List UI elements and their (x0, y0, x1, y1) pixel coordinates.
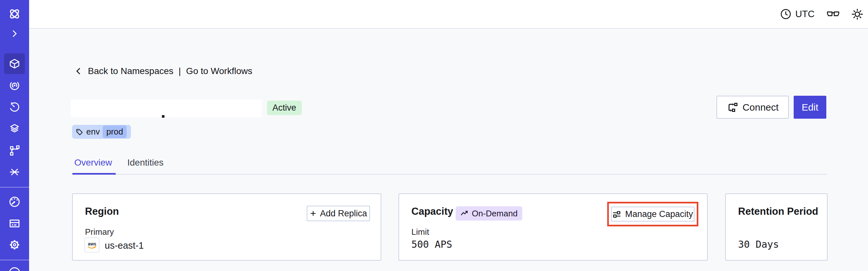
clock-icon (780, 8, 792, 20)
add-replica-label: Add Replica (320, 209, 367, 219)
schedule-clock-icon (9, 101, 20, 113)
sliders-icon (612, 210, 621, 219)
workflows-label: Go to Workflows (186, 66, 252, 76)
back-to-namespaces-link[interactable]: Back to Namespaces (74, 66, 174, 76)
tag-key: env (86, 127, 100, 137)
retention-card-title: Retention Period (738, 206, 818, 217)
branch-pipeline-icon (9, 145, 20, 156)
connect-label: Connect (743, 102, 779, 113)
sidebar-item-billing[interactable] (4, 213, 25, 234)
capacity-limit-value: 500 APS (411, 239, 452, 250)
sidebar-item-deployments[interactable] (4, 118, 25, 139)
sidebar-item-settings[interactable] (4, 235, 25, 255)
tag-icon (75, 128, 83, 136)
billing-card-icon (8, 217, 21, 230)
region-card-title: Region (85, 206, 119, 217)
topbar: UTC (29, 0, 868, 29)
timezone-label: UTC (795, 9, 815, 20)
labs-toggle[interactable] (827, 0, 840, 28)
sidebar-divider (0, 260, 29, 260)
circle-icon (8, 265, 21, 271)
annotation-highlight-box: Manage Capacity (607, 202, 699, 227)
aws-provider-icon: aws (84, 237, 99, 252)
ondemand-label: On-Demand (472, 209, 518, 219)
tag-value-chip: prod (103, 125, 127, 138)
breadcrumb: Back to Namespaces | Go to Workflows (74, 66, 252, 76)
gear-icon (8, 239, 21, 251)
redaction-artifact (162, 115, 164, 118)
sidebar (0, 0, 29, 271)
sidebar-item-batch[interactable] (4, 140, 25, 161)
edit-button[interactable]: Edit (794, 96, 826, 119)
go-to-workflows-link[interactable]: Go to Workflows (186, 66, 252, 76)
capacity-card-title: Capacity (411, 206, 453, 217)
region-card: Region Add Replica Primary aws us-east-1 (72, 193, 381, 261)
back-label: Back to Namespaces (88, 66, 174, 76)
status-label: Active (272, 103, 296, 113)
sidebar-divider (0, 187, 29, 187)
spiral-icon (9, 80, 20, 91)
sidebar-item-usage[interactable] (4, 191, 25, 212)
tab-identities[interactable]: Identities (127, 157, 163, 168)
connect-flow-icon (727, 102, 738, 113)
add-replica-button[interactable]: Add Replica (307, 206, 370, 221)
gauge-icon (8, 195, 21, 208)
glasses-icon (827, 9, 840, 20)
active-tab-indicator (72, 173, 116, 175)
region-value: us-east-1 (105, 240, 144, 251)
primary-label: Primary (85, 227, 114, 237)
theme-toggle[interactable] (851, 0, 864, 28)
retention-value: 30 Days (738, 239, 779, 250)
breadcrumb-separator: | (178, 66, 182, 76)
capacity-card: Capacity On-Demand Manage Capacity Limit… (399, 193, 708, 261)
sidebar-item-support[interactable] (4, 265, 25, 271)
status-badge: Active (267, 100, 302, 115)
sun-icon (851, 8, 864, 20)
chevron-left-icon (74, 66, 83, 76)
tab-overview[interactable]: Overview (74, 157, 112, 168)
manage-capacity-button[interactable]: Manage Capacity (611, 207, 694, 221)
namespace-title-redacted (71, 100, 262, 117)
tabs-divider-line (72, 174, 827, 175)
sidebar-item-integrations[interactable] (4, 162, 25, 182)
trending-up-icon (460, 209, 469, 218)
connect-button[interactable]: Connect (716, 96, 789, 119)
edit-label: Edit (802, 102, 818, 113)
sidebar-item-nexus[interactable] (4, 75, 25, 96)
layers-icon (9, 123, 20, 134)
sidebar-item-namespaces[interactable] (4, 53, 25, 74)
manage-capacity-label: Manage Capacity (625, 209, 693, 219)
sidebar-item-schedules[interactable] (4, 97, 25, 117)
asterisk-icon (9, 166, 20, 178)
limit-label: Limit (411, 227, 429, 237)
retention-card: Retention Period 30 Days (725, 193, 828, 261)
ondemand-badge: On-Demand (456, 206, 522, 220)
cube-icon (8, 58, 21, 70)
timezone-selector[interactable]: UTC (780, 0, 815, 28)
plus-icon (310, 210, 317, 217)
temporal-logo-icon[interactable] (4, 4, 25, 24)
aws-logo-text: aws (88, 241, 96, 246)
namespace-tag[interactable]: env prod (72, 125, 131, 139)
sidebar-expand-icon[interactable] (4, 24, 25, 43)
